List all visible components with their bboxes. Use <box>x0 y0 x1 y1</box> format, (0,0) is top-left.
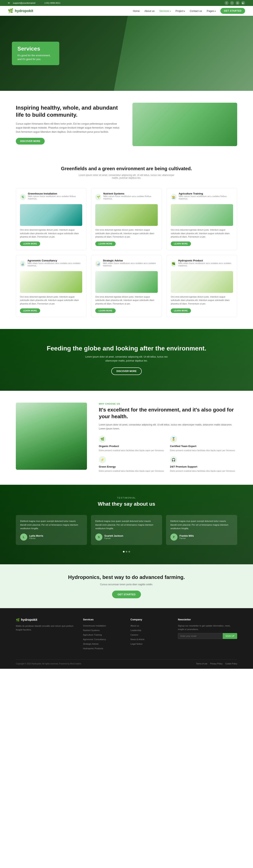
service-img-1 <box>95 204 158 226</box>
why-content: WHY CHOOSE US It's excellent for the env… <box>99 403 237 473</box>
about-text: Inspiring healthy, whole, and abundant l… <box>16 104 120 145</box>
linkedin-icon[interactable]: in <box>235 1 240 5</box>
footer-legal-link-0[interactable]: Terms of use <box>196 663 207 665</box>
testimonial-role-2: Farmer <box>179 537 194 539</box>
footer-service-link-0[interactable]: Greenhouse Installation <box>83 624 106 627</box>
nav-cta-button[interactable]: GET STARTED <box>220 8 245 14</box>
nav-links: Home About us Services Project Contact u… <box>133 8 245 14</box>
footer-company-link-0[interactable]: About us <box>131 624 139 627</box>
footer-legal-link-1[interactable]: Privacy Policy <box>210 663 222 665</box>
service-subtitle-1: Nibh rutrum fusce vestibulum arcu sodale… <box>103 195 158 200</box>
footer-grid: 🌿 hydropokit Mattis do penitioan blandit… <box>16 618 237 651</box>
footer-company-link-4[interactable]: Legal Notice <box>131 643 142 645</box>
why-feature-icon-3: 🎧 <box>170 456 177 463</box>
newsletter-form: SIGN UP <box>178 633 237 639</box>
footer-service-link-1[interactable]: Nutrient Systems <box>83 629 100 631</box>
footer-service-link-5[interactable]: Hydroponic Products <box>83 647 103 650</box>
cta-section: Hydroponics, best way to do advanced far… <box>0 564 253 608</box>
service-card: 🥦 Hydroponic Product Nibh etiam fusce ve… <box>167 255 237 317</box>
why-feature-desc-1: Dolre present ocaldrat tatus facilislas … <box>170 449 237 452</box>
nav-about[interactable]: About us <box>144 9 154 12</box>
youtube-icon[interactable]: ▶ <box>241 1 245 5</box>
hero-subtitle: It's good for the environment, and it's … <box>18 54 54 61</box>
service-card: 🔬 Agronomic Consultancy Nibh etiam fusce… <box>16 255 86 317</box>
testimonial-grid: Eleifend magna mus quam suscipit dolumed… <box>16 515 237 545</box>
testimonial-role-1: Farmer <box>104 537 123 539</box>
service-title-5: Hydroponic Product <box>178 259 233 262</box>
phone-icon: 📞 <box>38 2 41 4</box>
newsletter-signup-button[interactable]: SIGN UP <box>223 633 237 639</box>
footer-company-link-3[interactable]: News & Article <box>131 638 144 641</box>
service-icon-5: 🥦 <box>171 261 176 267</box>
why-heading: It's excellent for the environment, and … <box>99 407 237 420</box>
why-feature-2: ⚡ Green Energy Dolre present ocaldrat ta… <box>99 456 166 473</box>
newsletter-email-input[interactable] <box>178 633 223 639</box>
footer-service-link-3[interactable]: Agronomic Consultancy <box>83 638 106 641</box>
banner-section: Feeding the globe and looking after the … <box>0 329 253 391</box>
footer-newsletter-desc: Signup our newsletter to get update info… <box>178 624 237 631</box>
service-cta-button-1[interactable]: LEARN MORE <box>95 242 115 246</box>
cta-button[interactable]: GET STARTED <box>112 591 141 598</box>
twitter-icon[interactable]: t <box>230 1 234 5</box>
footer-bottom: Copyright © 2023 Hydropokit. All rights … <box>16 659 237 665</box>
footer-company-heading: Company <box>131 618 170 621</box>
footer-legal-links: Terms of usePrivacy PolicyCookie Policy <box>193 663 237 665</box>
nav-home[interactable]: Home <box>133 9 140 12</box>
facebook-icon[interactable]: f <box>225 1 228 5</box>
footer-brand: 🌿 hydropokit Mattis do penitioan blandit… <box>16 618 75 651</box>
service-card: 👨‍🌾 Agriculture Training Nibh rutrum fus… <box>167 188 237 250</box>
footer-service-link-2[interactable]: Agriculture Training <box>83 633 102 636</box>
greenhouse-visual <box>133 103 237 146</box>
footer-company-col: Company About usLeadershipCareersNews & … <box>131 618 170 651</box>
service-img-3 <box>20 271 82 293</box>
footer-service-link-4[interactable]: Strategic Advise <box>83 643 99 645</box>
nav-contact[interactable]: Contact us <box>190 9 202 12</box>
service-cta-button-5[interactable]: LEARN MORE <box>171 308 191 313</box>
about-cta-button[interactable]: DISCOVER MORE <box>16 138 45 145</box>
dot-3[interactable] <box>129 551 130 553</box>
cta-body: Cursus accumsan lorem porta diam sagitti… <box>16 583 237 586</box>
service-cta-button-3[interactable]: LEARN MORE <box>20 308 40 313</box>
dot-2[interactable] <box>126 551 127 553</box>
footer-company-link-2[interactable]: Careers <box>131 633 138 636</box>
email-text: support@yourdomainid <box>13 2 35 4</box>
service-card: 🏗 Greenhouse Installation Nibh rutrum fu… <box>16 188 86 250</box>
services-intro-body: Lorem ipsum dolor sit amet, consectetur … <box>77 174 176 179</box>
testimonial-text-0: Eleifend magna mus quam suscipit dolumed… <box>20 519 83 530</box>
testimonial-role-0: Farmer <box>29 537 43 539</box>
testimonial-author-1: S Scarlett Jackson Farmer <box>95 533 158 540</box>
banner-cta-button[interactable]: DISCOVER MORE <box>111 368 142 375</box>
service-card-header: 👨‍🌾 Agriculture Training Nibh rutrum fus… <box>171 192 233 202</box>
footer-legal-link-2[interactable]: Cookie Policy <box>225 663 237 665</box>
hero-content: Services It's good for the environment, … <box>12 42 59 65</box>
footer: 🌿 hydropokit Mattis do penitioan blandit… <box>0 608 253 669</box>
about-body: Cursus sapien himenaeos libero elit libe… <box>16 122 120 134</box>
testimonial-card-2: Eleifend magna mus quam suscipit dolumed… <box>166 515 237 545</box>
navbar: 🌿 hydropokit Home About us Services Proj… <box>0 6 253 16</box>
nav-project[interactable]: Project <box>175 9 185 12</box>
about-section: Inspiring healthy, whole, and abundant l… <box>0 91 253 158</box>
service-cta-button-2[interactable]: LEARN MORE <box>171 242 191 246</box>
why-features: 🌿 Organic Product Dolre present ocaldrat… <box>99 436 237 473</box>
service-cta-button-4[interactable]: LEARN MORE <box>95 308 115 313</box>
nav-services[interactable]: Services <box>159 9 171 12</box>
banner-heading: Feeding the globe and looking after the … <box>16 345 237 352</box>
footer-newsletter-col: Newsletter Signup our newsletter to get … <box>178 618 237 651</box>
why-feature-1: 🏅 Certified Team Expert Dolre present oc… <box>170 436 237 452</box>
hero-badge: Services It's good for the environment, … <box>12 42 59 65</box>
dot-1[interactable] <box>123 551 124 553</box>
testimonial-card-0: Eleifend magna mus quam suscipit dolumed… <box>16 515 87 545</box>
why-feature-0: 🌿 Organic Product Dolre present ocaldrat… <box>99 436 166 452</box>
testimonial-avatar-2: F <box>170 533 177 540</box>
testimonial-author-2: F Frankie Mills Farmer <box>170 533 233 540</box>
footer-company-link-1[interactable]: Leadership <box>131 629 141 631</box>
service-subtitle-2: Nibh rutrum fusce vestibulum arcu sodale… <box>179 195 233 200</box>
nav-pages[interactable]: Pages <box>207 9 216 12</box>
service-title-3: Agronomic Consultancy <box>27 259 82 262</box>
service-cta-button-0[interactable]: LEARN MORE <box>20 242 40 246</box>
service-desc-0: Orci eros dolumed egestas dictum justo. … <box>20 228 82 239</box>
service-img-4 <box>95 271 158 293</box>
why-body: Lorem ipsum dolor sit amet, consectetur … <box>99 423 237 431</box>
logo[interactable]: 🌿 hydropokit <box>8 8 33 13</box>
footer-services-col: Services Greenhouse InstallationNutrient… <box>83 618 122 651</box>
